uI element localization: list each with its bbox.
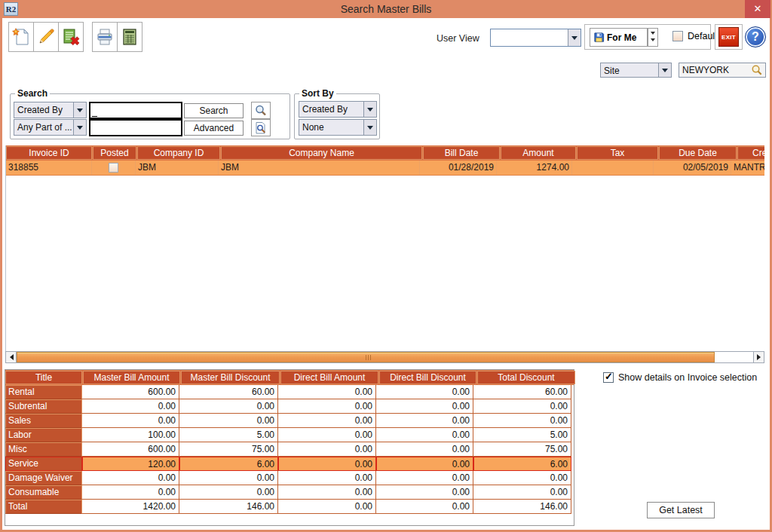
chevron-down-icon[interactable] [568, 29, 581, 46]
arrow-left-icon [7, 354, 14, 360]
sort-primary-combobox[interactable]: Created By [299, 101, 377, 118]
details-row[interactable]: Subrental0.000.000.000.000.00 [5, 399, 574, 414]
tax-cell [572, 161, 654, 175]
site-combobox[interactable]: Site [600, 63, 672, 78]
get-latest-button[interactable]: Get Latest [647, 502, 715, 518]
get-latest-label: Get Latest [659, 505, 703, 515]
details-value-cell: 0.00 [179, 414, 278, 428]
posted-cell [92, 161, 136, 175]
chevron-down-icon[interactable] [658, 63, 671, 77]
details-value-cell: 0.00 [179, 399, 278, 414]
user-view-combobox[interactable] [490, 29, 581, 47]
exit-button[interactable]: EXIT [718, 27, 739, 47]
invoice-header-cell[interactable]: Tax [577, 146, 658, 160]
details-row[interactable]: Damage Waiver0.000.000.000.000.00 [5, 471, 574, 485]
delete-button[interactable] [58, 22, 84, 52]
invoice-header-cell[interactable]: Amount [501, 146, 576, 160]
close-icon: ✕ [754, 3, 762, 14]
export-button[interactable] [117, 22, 142, 52]
bill-date-cell: 01/28/2019 [420, 161, 497, 175]
details-value-cell: 0.00 [473, 414, 571, 428]
arrow-right-icon [757, 354, 764, 360]
search-magnifier-button[interactable] [251, 102, 271, 119]
scroll-left-button[interactable] [6, 352, 17, 362]
invoice-header-cell[interactable]: Bill Date [423, 146, 500, 160]
advanced-find-button[interactable] [251, 119, 271, 136]
content-area: User View For Me [2, 18, 770, 530]
details-value-cell: 0.00 [376, 471, 473, 485]
invoice-header-cell[interactable]: Company Name [221, 146, 422, 160]
details-row[interactable]: Misc600.0075.000.000.0075.00 [5, 442, 574, 457]
search-field-combobox[interactable]: Created By [14, 102, 87, 118]
for-me-button[interactable]: For Me [590, 28, 648, 47]
details-value-cell: 146.00 [179, 500, 278, 514]
chevron-down-icon[interactable] [363, 120, 376, 135]
details-header-cell[interactable]: Direct Bill Amount [280, 371, 378, 384]
details-row[interactable]: Sales0.000.000.000.000.00 [5, 414, 574, 428]
search-button[interactable]: Search [184, 103, 244, 118]
floppy-icon [593, 32, 605, 43]
site-search-field[interactable]: NEWYORK [679, 63, 766, 78]
details-row[interactable]: Service120.006.000.000.006.00 [5, 457, 574, 471]
scroll-right-button[interactable] [753, 352, 764, 362]
posted-checkbox[interactable] [109, 163, 118, 173]
details-value-cell: 0.00 [278, 442, 376, 457]
search-match-combobox[interactable]: Any Part of ... [14, 119, 87, 136]
details-value-cell: 75.00 [179, 442, 278, 457]
details-value-cell: 0.00 [376, 428, 473, 442]
chevron-down-icon[interactable] [73, 120, 86, 135]
details-header-cell[interactable]: Total Discount [477, 371, 575, 384]
show-details-label: Show details on Invoice selection [618, 372, 757, 383]
scrollbar-thumb[interactable] [17, 352, 715, 362]
chevron-down-icon[interactable] [363, 102, 376, 117]
details-row[interactable]: Rental600.0060.000.000.0060.00 [5, 385, 574, 399]
amount-cell: 1274.00 [497, 161, 572, 175]
details-title-cell: Consumable [5, 485, 82, 500]
details-title-cell: Subrental [5, 399, 82, 414]
invoice-header-cell[interactable]: Invoice ID [6, 146, 92, 160]
details-value-cell: 100.00 [82, 428, 179, 442]
toolbar-separator [83, 22, 92, 52]
details-value-cell: 0.00 [473, 471, 571, 485]
invoice-row[interactable]: 318855 JBM JBM 01/28/2019 1274.00 02/05/… [6, 161, 764, 176]
details-value-cell: 0.00 [473, 485, 571, 500]
print-button[interactable] [92, 22, 118, 52]
details-header-cell[interactable]: Direct Bill Discount [379, 371, 476, 384]
scrollbar-track[interactable] [715, 352, 749, 362]
due-date-cell: 02/05/2019 [654, 161, 731, 175]
details-header-cell[interactable]: Title [5, 371, 82, 384]
site-value: NEWYORK [682, 65, 729, 75]
magnifier-icon[interactable] [750, 64, 763, 77]
close-button[interactable]: ✕ [745, 0, 770, 18]
for-me-spinner[interactable] [648, 28, 658, 47]
user-view-label: User View [437, 33, 485, 44]
exit-group: EXIT [715, 24, 743, 50]
details-row[interactable]: Total1420.00146.000.000.00146.00 [5, 500, 574, 514]
advanced-find-icon [254, 121, 268, 135]
search-input-primary[interactable] [89, 102, 182, 119]
invoice-header-cell[interactable]: Created By [737, 146, 764, 160]
magnifier-icon [254, 104, 268, 118]
new-button[interactable] [8, 22, 34, 52]
search-input-secondary[interactable] [89, 119, 182, 136]
details-header-cell[interactable]: Master Bill Amount [83, 371, 180, 384]
details-header-cell[interactable]: Master Bill Discount [181, 371, 280, 384]
chevron-down-icon[interactable] [73, 102, 86, 118]
check-icon: ✓ [605, 371, 613, 382]
details-row[interactable]: Consumable0.000.000.000.000.00 [5, 485, 574, 500]
invoice-header-cell[interactable]: Company ID [137, 146, 220, 160]
details-title-cell: Misc [5, 442, 82, 457]
details-value-cell: 60.00 [179, 385, 278, 399]
sort-secondary-combobox[interactable]: None [299, 119, 377, 136]
details-row[interactable]: Labor100.005.000.000.005.00 [5, 428, 574, 442]
show-details-checkbox[interactable]: ✓ [603, 372, 614, 383]
default-checkbox[interactable] [672, 31, 683, 41]
advanced-button[interactable]: Advanced [184, 121, 244, 136]
edit-button[interactable] [33, 22, 59, 52]
invoice-header-cell[interactable]: Posted [93, 146, 136, 160]
site-combo-value: Site [601, 63, 658, 77]
details-value-cell: 0.00 [376, 500, 473, 514]
details-value-cell: 0.00 [278, 457, 376, 471]
help-button[interactable]: ? [745, 26, 766, 47]
invoice-header-cell[interactable]: Due Date [659, 146, 737, 160]
